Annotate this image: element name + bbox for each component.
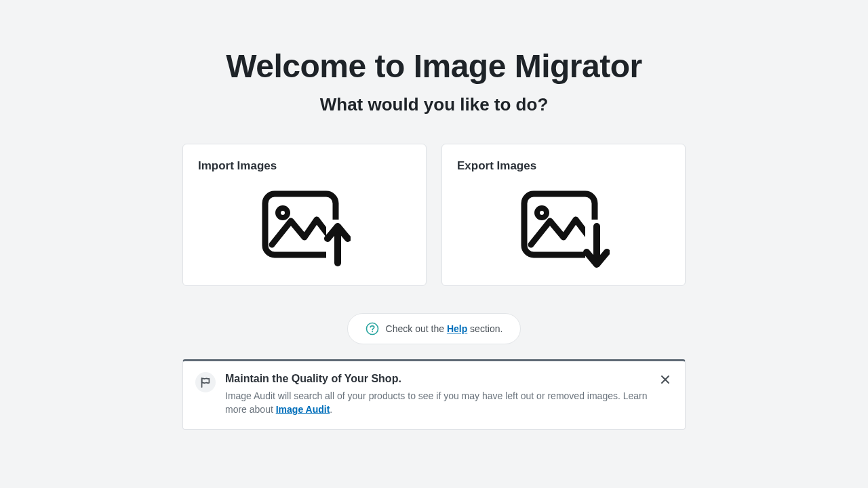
- export-icon-wrap: [457, 185, 670, 270]
- import-icon-wrap: [198, 185, 411, 270]
- help-link[interactable]: Help: [447, 323, 467, 334]
- page-subtitle: What would you like to do?: [320, 94, 549, 115]
- banner-suffix: .: [330, 404, 332, 415]
- image-upload-icon: [258, 187, 351, 268]
- export-card-title: Export Images: [457, 159, 670, 173]
- svg-rect-0: [265, 194, 336, 255]
- image-audit-banner: Maintain the Quality of Your Shop. Image…: [182, 359, 686, 430]
- question-circle-icon: [366, 322, 379, 336]
- help-prefix: Check out the: [386, 323, 447, 334]
- banner-body: Maintain the Quality of Your Shop. Image…: [225, 372, 648, 417]
- main-container: Welcome to Image Migrator What would you…: [0, 0, 868, 488]
- import-images-card[interactable]: Import Images: [182, 144, 427, 286]
- banner-description: Image Audit will search all of your prod…: [225, 389, 648, 417]
- help-pill: Check out the Help section.: [347, 313, 521, 344]
- banner-close-button[interactable]: [658, 372, 673, 387]
- svg-point-5: [537, 208, 547, 218]
- import-card-title: Import Images: [198, 159, 411, 173]
- page-title: Welcome to Image Migrator: [226, 47, 642, 85]
- svg-point-1: [278, 208, 288, 218]
- close-icon: [660, 374, 671, 385]
- action-cards: Import Images Export Images: [182, 144, 686, 286]
- help-suffix: section.: [467, 323, 502, 334]
- image-audit-link[interactable]: Image Audit: [276, 404, 330, 415]
- flag-icon: [199, 376, 212, 388]
- svg-rect-4: [524, 194, 595, 255]
- image-download-icon: [517, 187, 610, 268]
- svg-point-9: [372, 331, 373, 332]
- banner-title: Maintain the Quality of Your Shop.: [225, 373, 648, 385]
- help-text: Check out the Help section.: [386, 323, 503, 334]
- export-images-card[interactable]: Export Images: [441, 144, 686, 286]
- banner-icon-bg: [195, 372, 216, 392]
